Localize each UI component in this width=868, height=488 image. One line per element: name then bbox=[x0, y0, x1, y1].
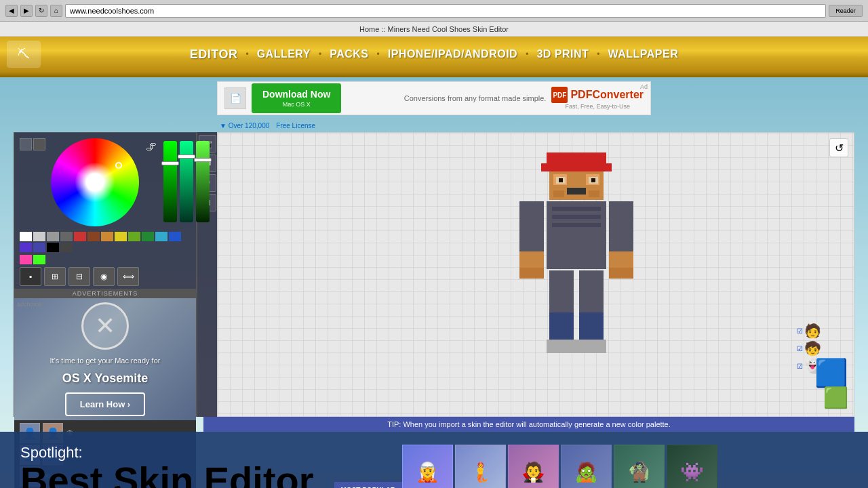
bottom-overlay: Spotlight: Best Skin Editor MOST POPULAR… bbox=[0, 432, 868, 488]
svg-rect-12 bbox=[547, 201, 606, 269]
popular-skin-3[interactable]: 🧛 bbox=[508, 445, 559, 488]
nav-item-packs[interactable]: PACKS bbox=[330, 48, 368, 60]
swatch-gray-bg[interactable] bbox=[33, 138, 45, 150]
nav-item-gallery[interactable]: GALLERY bbox=[257, 48, 311, 60]
swatch-darkgray[interactable] bbox=[60, 232, 73, 241]
grid-view-button[interactable]: ⊞ bbox=[44, 267, 66, 286]
ad-links: ▼ Over 120,000 Free License bbox=[217, 121, 651, 131]
svg-rect-9 bbox=[567, 188, 586, 195]
sat-slider-handle[interactable] bbox=[178, 155, 195, 159]
reload-button[interactable]: ↻ bbox=[35, 5, 47, 17]
transform-button[interactable]: ⟺ bbox=[117, 267, 139, 286]
nav-item-editor[interactable]: EDITOR bbox=[190, 47, 238, 62]
swatch-darkgreen[interactable] bbox=[142, 232, 154, 241]
svg-rect-2 bbox=[541, 163, 612, 171]
popular-skin-6[interactable]: 👾 bbox=[667, 445, 717, 488]
swatch-gray[interactable] bbox=[47, 232, 59, 241]
layer-check-3[interactable]: ☑ bbox=[797, 363, 803, 370]
main-title: Best Skin Editor bbox=[20, 462, 314, 488]
eyedropper-icon[interactable]: 🖇 bbox=[143, 138, 159, 226]
small-grid-view-button[interactable]: ▪ bbox=[20, 267, 41, 286]
swatch-pink[interactable] bbox=[20, 255, 32, 264]
saturation-slider[interactable] bbox=[180, 141, 193, 222]
nav-dot-1: • bbox=[245, 49, 248, 59]
small-green-character: 🟩 bbox=[823, 386, 848, 409]
download-now-button[interactable]: Download Now Mac OS X bbox=[252, 83, 341, 113]
url-bar[interactable]: www.needcoolshoes.com bbox=[65, 4, 826, 18]
hue-slider-handle[interactable] bbox=[161, 161, 179, 165]
nav-dot-4: • bbox=[526, 49, 528, 59]
ad-close-button[interactable]: ✕ bbox=[188, 301, 193, 308]
browser-chrome: ◀ ▶ ↻ ⌂ www.needcoolshoes.com Reader bbox=[0, 0, 868, 22]
swatch-cyan[interactable] bbox=[155, 232, 167, 241]
svg-rect-27 bbox=[576, 340, 606, 353]
popular-skin-2[interactable]: 🧜 bbox=[455, 445, 506, 488]
reset-button[interactable]: ↺ bbox=[829, 138, 848, 157]
left-panel: 🖇 ✏️ bbox=[14, 132, 197, 417]
free-license-link[interactable]: Free License bbox=[276, 122, 315, 129]
popular-skin-4[interactable]: 🧟 bbox=[561, 445, 612, 488]
svg-rect-11 bbox=[589, 190, 599, 197]
back-button[interactable]: ◀ bbox=[5, 5, 18, 17]
nav-item-wallpaper[interactable]: WALLPAPER bbox=[608, 48, 678, 60]
svg-rect-13 bbox=[552, 207, 601, 211]
learn-how-button[interactable]: Learn How › bbox=[65, 392, 145, 416]
swatch-green[interactable] bbox=[128, 232, 140, 241]
osx-x-icon: ✕ bbox=[81, 302, 129, 350]
swatch-white[interactable] bbox=[20, 232, 32, 241]
forward-button[interactable]: ▶ bbox=[20, 5, 33, 17]
svg-rect-10 bbox=[553, 190, 564, 197]
layer-icon-row-2: ☑ 🧒 bbox=[797, 340, 821, 357]
popular-skins-area: MOST POPULAR 🧝 🧜 🧛 🧟 🧌 👾 bbox=[334, 445, 848, 488]
swatch-brown[interactable] bbox=[87, 232, 100, 241]
svg-rect-14 bbox=[552, 215, 601, 219]
svg-rect-21 bbox=[609, 268, 633, 279]
top-ad-banner: Ad 📄 Download Now Mac OS X Conversions f… bbox=[217, 81, 651, 115]
swatch-purple[interactable] bbox=[20, 243, 32, 252]
reader-button[interactable]: Reader bbox=[829, 5, 863, 17]
svg-rect-20 bbox=[519, 268, 544, 279]
nav-dot-2: • bbox=[319, 49, 321, 59]
bright-slider-handle[interactable] bbox=[194, 158, 212, 162]
svg-rect-26 bbox=[547, 340, 576, 353]
swatch-lightgray[interactable] bbox=[33, 232, 45, 241]
color-palette bbox=[14, 232, 196, 255]
ad-sub-text: Conversions from any format made simple. bbox=[404, 94, 547, 102]
mask-tool-button[interactable]: ◉ bbox=[93, 267, 115, 286]
most-popular-badge: MOST POPULAR bbox=[334, 482, 403, 488]
canvas-area[interactable]: ↺ bbox=[217, 132, 854, 417]
popular-skin-5[interactable]: 🧌 bbox=[614, 445, 665, 488]
swatch-orange[interactable] bbox=[101, 232, 113, 241]
tab-bar: Home :: Miners Need Cool Shoes Skin Edit… bbox=[0, 22, 868, 37]
swatch-yellow[interactable] bbox=[115, 232, 127, 241]
nav-banner: ⛏ EDITOR • GALLERY • PACKS • IPHONE/IPAD… bbox=[0, 37, 868, 72]
special-swatch-row bbox=[14, 255, 196, 264]
swatch-darkblue[interactable] bbox=[33, 243, 45, 252]
swatch-black[interactable] bbox=[47, 243, 59, 252]
svg-rect-8 bbox=[591, 178, 595, 182]
left-ad: adchoice ✕ ✕ It's time to get your Mac r… bbox=[14, 298, 196, 420]
swatch-brightgreen[interactable] bbox=[33, 255, 45, 264]
swatch-blue[interactable] bbox=[169, 232, 181, 241]
tool-row: ▪ ⊞ ⊟ ◉ ⟺ bbox=[14, 264, 196, 289]
swatch-red[interactable] bbox=[74, 232, 86, 241]
color-wheel[interactable] bbox=[51, 138, 139, 226]
svg-rect-7 bbox=[559, 178, 563, 182]
layer-check-1[interactable]: ☑ bbox=[797, 327, 803, 335]
color-picker-area: 🖇 ✏️ bbox=[14, 133, 196, 232]
nav-item-3dprint[interactable]: 3D PRINT bbox=[536, 48, 589, 60]
layer-char-icon-1: 🧑 bbox=[804, 323, 821, 339]
layer-check-2[interactable]: ☑ bbox=[797, 345, 803, 352]
swatch-verydark[interactable] bbox=[60, 243, 73, 252]
large-grid-view-button[interactable]: ⊟ bbox=[68, 267, 90, 286]
minecraft-character bbox=[509, 143, 644, 380]
swatch-white-fg[interactable] bbox=[20, 138, 32, 150]
osx-product-title: OS X Yosemite bbox=[62, 371, 148, 386]
download-count-link[interactable]: ▼ Over 120,000 bbox=[220, 122, 269, 129]
hue-slider[interactable] bbox=[163, 141, 177, 222]
svg-rect-25 bbox=[579, 312, 604, 340]
brightness-slider[interactable] bbox=[196, 141, 210, 222]
popular-skin-1[interactable]: 🧝 bbox=[402, 445, 453, 488]
nav-item-mobile[interactable]: IPHONE/IPAD/ANDROID bbox=[388, 48, 517, 60]
home-button[interactable]: ⌂ bbox=[50, 5, 62, 17]
